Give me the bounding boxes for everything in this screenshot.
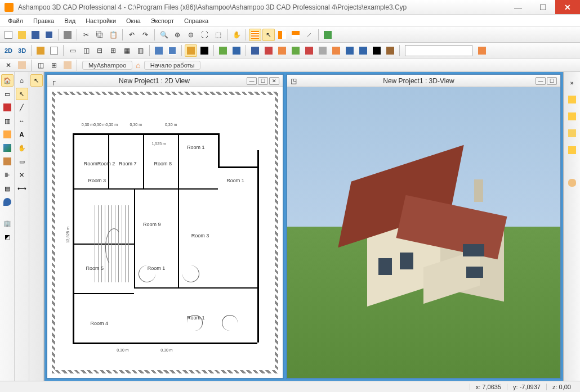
zoom-fit-button[interactable]: ⛶	[198, 29, 211, 41]
menu-file[interactable]: Файл	[3, 16, 28, 25]
structure-icon[interactable]: ▥	[1, 115, 14, 127]
outline-icon[interactable]: 🏠	[1, 74, 14, 87]
misc-4[interactable]	[276, 44, 288, 57]
menu-export[interactable]: Экспорт	[146, 16, 179, 25]
tool-3[interactable]: ◫	[34, 59, 47, 71]
texture-icon[interactable]	[1, 155, 14, 168]
layout-6[interactable]: ▥	[134, 44, 146, 57]
misc-3[interactable]	[262, 44, 275, 57]
guide-h-button[interactable]	[289, 29, 302, 41]
3d-label[interactable]: 3D	[16, 47, 28, 54]
obj-btn-2[interactable]	[166, 44, 179, 57]
menu-settings[interactable]: Настройки	[81, 16, 121, 25]
print-button[interactable]	[61, 29, 74, 41]
misc-5[interactable]	[289, 44, 302, 57]
roof-icon[interactable]	[1, 101, 14, 114]
hand-icon[interactable]: ✋	[16, 142, 28, 154]
pan-button[interactable]: ✋	[230, 29, 243, 41]
panel-texture-icon[interactable]	[566, 144, 578, 156]
compass-icon[interactable]: ✕	[16, 169, 28, 181]
misc-11[interactable]	[371, 44, 383, 57]
cut-button[interactable]: ✂	[80, 29, 92, 41]
saveas-button[interactable]	[43, 29, 55, 41]
myashampoo-link[interactable]: MyAshampoo	[82, 61, 132, 70]
cursor-toggle[interactable]: ↖	[262, 29, 275, 41]
line-icon[interactable]: ╱	[16, 101, 28, 114]
window-3d-canvas[interactable]	[287, 87, 560, 378]
panel-catalog-icon[interactable]	[566, 93, 578, 106]
window-2d-titlebar[interactable]: ┌ New Project1 : 2D View — ☐ ✕	[47, 75, 283, 87]
window-2d-min[interactable]: —	[247, 77, 257, 85]
house-outline-icon[interactable]: ⌂	[16, 74, 28, 87]
zoom-window-button[interactable]: ⬚	[212, 29, 224, 41]
layers-button[interactable]	[322, 29, 334, 41]
view-btn-1[interactable]	[34, 44, 47, 57]
misc-8[interactable]	[330, 44, 342, 57]
layout-3[interactable]: ⊟	[93, 44, 106, 57]
obj-btn-1[interactable]	[153, 44, 165, 57]
home-button[interactable]	[476, 44, 488, 57]
mode-icon[interactable]: ↖	[30, 74, 43, 87]
misc-9[interactable]	[343, 44, 356, 57]
door-icon[interactable]	[1, 128, 14, 141]
redo-button[interactable]: ↷	[139, 29, 151, 41]
section-icon[interactable]: ◩	[1, 231, 14, 243]
zoom-in-button[interactable]: ⊕	[171, 29, 184, 41]
3d-icon[interactable]	[1, 142, 14, 154]
minimize-button[interactable]: —	[506, 0, 530, 14]
wall-icon[interactable]: ▭	[1, 88, 14, 100]
misc-6[interactable]	[303, 44, 315, 57]
window-2d-canvas[interactable]: RoomRoom 2 Room 3 Room 7 Room 8 Room 1 R…	[47, 87, 283, 378]
zoom-button[interactable]: 🔍	[158, 29, 170, 41]
zoom-out-button[interactable]: ⊖	[185, 29, 197, 41]
open-button[interactable]	[16, 29, 28, 41]
panel-figure-icon[interactable]	[566, 177, 578, 189]
color-btn[interactable]	[249, 44, 261, 57]
menu-view[interactable]: Вид	[60, 16, 80, 25]
tool-5[interactable]	[61, 59, 74, 71]
getting-started-link[interactable]: Начало работы	[144, 61, 201, 70]
misc-12[interactable]	[384, 44, 396, 57]
stairs-icon[interactable]: ▤	[1, 182, 14, 195]
misc-7[interactable]	[316, 44, 329, 57]
render-btn-2[interactable]	[198, 44, 211, 57]
window-3d-titlebar[interactable]: ◳ New Project1 : 3D-View — ☐	[287, 75, 560, 87]
render-btn-1[interactable]	[185, 44, 197, 57]
panel-folder-icon[interactable]	[566, 127, 578, 139]
save-button[interactable]	[29, 29, 42, 41]
railing-icon[interactable]: ⊪	[1, 169, 14, 181]
text-icon[interactable]: A	[16, 128, 28, 141]
paste-button[interactable]: 📋	[107, 29, 119, 41]
copy-button[interactable]: ⿻	[93, 29, 106, 41]
layout-5[interactable]: ▦	[121, 44, 133, 57]
floor-selector[interactable]	[405, 45, 472, 56]
rect-icon[interactable]: ▭	[16, 155, 28, 168]
panel-chevron-icon[interactable]: »	[566, 76, 578, 89]
menu-help[interactable]: Справка	[180, 16, 213, 25]
window-2d-max[interactable]: ☐	[258, 77, 268, 85]
floor-icon[interactable]: 🏢	[1, 217, 14, 229]
dimension-icon[interactable]: ⟷	[16, 182, 28, 195]
measure-icon[interactable]: ↔	[16, 115, 28, 127]
tool-4[interactable]: ⊞	[48, 59, 60, 71]
panel-materials-icon[interactable]	[566, 110, 578, 123]
window-3d-max[interactable]: ☐	[547, 77, 557, 85]
layout-1[interactable]: ▭	[66, 44, 79, 57]
misc-2[interactable]	[230, 44, 243, 57]
window-3d-min[interactable]: —	[536, 77, 546, 85]
menu-windows[interactable]: Окна	[122, 16, 145, 25]
close-button[interactable]: ✕	[555, 0, 580, 14]
window-2d-close[interactable]: ✕	[269, 77, 279, 85]
misc-1[interactable]	[217, 44, 229, 57]
misc-10[interactable]	[357, 44, 369, 57]
tool-1[interactable]: ✕	[2, 59, 15, 71]
shield-icon[interactable]	[1, 196, 14, 208]
select-icon[interactable]: ↖	[16, 88, 28, 100]
layout-2[interactable]: ◫	[80, 44, 92, 57]
layout-4[interactable]: ⊞	[107, 44, 119, 57]
grid-toggle[interactable]	[249, 29, 261, 41]
maximize-button[interactable]: ☐	[530, 0, 555, 14]
undo-button[interactable]: ↶	[126, 29, 138, 41]
new-button[interactable]	[2, 29, 15, 41]
view-btn-2[interactable]	[48, 44, 60, 57]
